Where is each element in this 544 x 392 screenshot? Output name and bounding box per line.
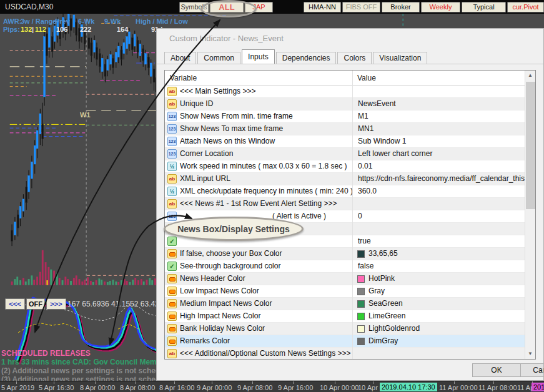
param-row-alert-is-active[interactable]: 123( Alert is Active )0: [165, 210, 526, 223]
awr-info-row: AWR:3w / RangePrev6-Wk9-WkHigh / Mid / L…: [0, 17, 275, 26]
param-value: https://cdn-nfs.faireconomy.media/ff_cal…: [358, 174, 526, 183]
param-value: M1: [358, 112, 368, 120]
column-header-variable: Variable: [170, 74, 197, 82]
param-row-news-1-1st-row-event-alert-setting[interactable]: ab<<< News #1 - 1st Row Event Alert Sett…: [165, 198, 526, 210]
param-value-cell[interactable]: MN1: [352, 123, 526, 135]
topbar-button-weekly[interactable]: Weekly: [421, 2, 460, 12]
param-value-cell[interactable]: [352, 348, 526, 359]
param-label: Low Impact News Color: [180, 287, 259, 295]
param-value: 0.01: [358, 162, 372, 170]
scroll-up-button[interactable]: ▲: [525, 71, 535, 81]
param-row-medium-impact-news-color[interactable]: Medium Impact News ColorSeaGreen: [165, 298, 526, 310]
color-swatch: [357, 313, 365, 320]
param-value-cell[interactable]: Gray: [352, 285, 526, 298]
topbar-button-jap[interactable]: JAP: [245, 2, 273, 12]
param-row-see-through-background-color[interactable]: ✓See-through background colorfalse: [165, 260, 526, 273]
tab-visualization[interactable]: Visualization: [373, 52, 427, 64]
param-value-cell[interactable]: 360.0: [352, 185, 526, 198]
ok-button[interactable]: OK: [472, 363, 521, 377]
param-value-cell[interactable]: LightGoldenrod: [352, 323, 526, 335]
param-value-cell[interactable]: 33,65,65: [352, 248, 526, 260]
color-type-icon: [167, 336, 177, 346]
param-row-show-news-to-max-time-frame[interactable]: 123Show News To max time frameMN1: [165, 123, 526, 135]
param-row-item[interactable]: ✓true: [165, 235, 526, 248]
topbar-button-hma-nn[interactable]: HMA-NN: [304, 2, 341, 12]
param-row-additional-optional-custom-news-settings[interactable]: ab<<< Additional/Optional Custom News Se…: [165, 348, 526, 359]
topbar-button-broker[interactable]: Broker: [382, 2, 420, 12]
param-row-low-impact-news-color[interactable]: Low Impact News ColorGray: [165, 285, 526, 298]
param-value-cell[interactable]: M1: [352, 110, 526, 123]
topbar-button-fibs-off[interactable]: FIBS OFF: [342, 2, 380, 12]
param-value-cell[interactable]: https://cdn-nfs.faireconomy.media/ff_cal…: [352, 173, 526, 185]
param-value-cell[interactable]: [352, 223, 526, 235]
param-row-remarks-color[interactable]: Remarks ColorDimGray: [165, 335, 526, 348]
nav-button-[interactable]: >>>: [46, 298, 66, 310]
time-axis[interactable]: 5 Apr 20195 Apr 16:308 Apr 00:008 Apr 08…: [0, 381, 544, 392]
nav-button-[interactable]: <<<: [5, 298, 25, 310]
param-row-xml-input-url[interactable]: abXML input URLhttps://cdn-nfs.fairecono…: [165, 173, 526, 185]
param-row-xml-check-update-frequency-in-minutes-min-240[interactable]: ½XML check/update frequency in minutes (…: [165, 185, 526, 198]
param-row-corner-location[interactable]: 123Corner LocationLeft lower chart corne…: [165, 148, 526, 160]
tab-colors[interactable]: Colors: [337, 52, 372, 64]
param-label: Bank Holiday News Color: [180, 324, 265, 333]
param-row-main-settings[interactable]: ab<<< Main Settings >>>: [165, 86, 526, 98]
topbar-button-symbols[interactable]: Symbols: [179, 2, 209, 12]
tab-inputs[interactable]: Inputs: [242, 49, 275, 64]
axis-tick: [252, 381, 253, 384]
bool-type-icon: ✓: [167, 262, 177, 271]
param-row-show-news-from-min-time-frame[interactable]: 123Show News From min. time frameM1: [165, 110, 526, 123]
param-row-high-impact-news-color[interactable]: High Impact News ColorLimeGreen: [165, 310, 526, 323]
param-value-cell[interactable]: 0.01: [352, 160, 526, 173]
topbar-button-all[interactable]: ALL: [210, 2, 244, 12]
half-type-icon: ½: [167, 162, 177, 171]
param-value-cell[interactable]: 0: [352, 210, 526, 223]
param-label: Remarks Color: [180, 336, 230, 345]
param-row-news-header-color[interactable]: News Header ColorHotPink: [165, 273, 526, 285]
param-value-cell[interactable]: Sub Window 1: [352, 135, 526, 148]
awr-label-awr: AWR:: [3, 17, 21, 25]
param-row-item[interactable]: ab: [165, 223, 526, 235]
param-value-cell[interactable]: [352, 198, 526, 210]
param-row-unique-id[interactable]: abUnique IDNewsEvent: [165, 98, 526, 110]
color-type-icon: [167, 311, 177, 321]
tab-about[interactable]: About: [164, 52, 196, 64]
param-value-cell[interactable]: [352, 86, 526, 98]
param-value: Left lower chart corner: [358, 149, 432, 158]
symbol-period-label: USDCAD,M30: [5, 2, 53, 11]
nav-button-off[interactable]: OFF: [26, 298, 45, 310]
topbar-button-cur-pivot[interactable]: cur.Pivot: [507, 2, 544, 12]
column-divider: [352, 71, 353, 86]
param-value-cell[interactable]: DimGray: [352, 335, 526, 348]
axis-tick: [54, 381, 54, 384]
param-label: XML check/update frequency in minutes ( …: [180, 187, 353, 195]
cancel-button[interactable]: Cancel: [520, 363, 544, 377]
tab-separator: [157, 64, 544, 64]
param-value-cell[interactable]: HotPink: [352, 273, 526, 285]
tab-dependencies[interactable]: Dependencies: [276, 52, 337, 64]
param-row-bank-holiday-news-color[interactable]: Bank Holiday News ColorLightGoldenrod: [165, 323, 526, 335]
news-line: (2) Additional news per settings is not …: [1, 366, 157, 375]
param-row-attach-news-on-this-window[interactable]: 123Attach News on this WindowSub Window …: [165, 135, 526, 148]
axis-label: 9 Apr 16:00: [278, 384, 313, 391]
param-value-cell[interactable]: NewsEvent: [352, 98, 526, 110]
param-value-cell[interactable]: true: [352, 235, 526, 248]
table-scrollbar[interactable]: ▲ ▼: [525, 71, 535, 359]
axis-tick: [454, 381, 455, 384]
scroll-down-button[interactable]: ▼: [525, 349, 535, 359]
param-value: NewsEvent: [358, 99, 396, 108]
scrollbar-thumb[interactable]: [526, 82, 535, 209]
axis-label: 8 Apr 08:00: [120, 384, 155, 391]
param-row-work-speed-in-minutes-max-0-03-x-60-1-8-sec[interactable]: ½Work speed in minutes ( max 0.03 x 60 =…: [165, 160, 526, 173]
topbar-button-typical[interactable]: Typical: [462, 2, 506, 12]
param-value-cell[interactable]: false: [352, 260, 526, 273]
color-swatch: [357, 325, 365, 333]
axis-label: 5 Apr 16:30: [39, 384, 74, 391]
param-value-cell[interactable]: LimeGreen: [352, 310, 526, 323]
axis-label: 8 Apr 00:00: [80, 384, 115, 391]
param-value-cell[interactable]: Left lower chart corner: [352, 148, 526, 160]
param-value-cell[interactable]: SeaGreen: [352, 298, 526, 310]
param-row-if-false-choose-your-box-color[interactable]: If false, choose your Box Color33,65,65: [165, 248, 526, 260]
table-header: Variable Value: [165, 71, 526, 86]
tab-common[interactable]: Common: [197, 52, 240, 64]
param-value: MN1: [358, 124, 373, 133]
